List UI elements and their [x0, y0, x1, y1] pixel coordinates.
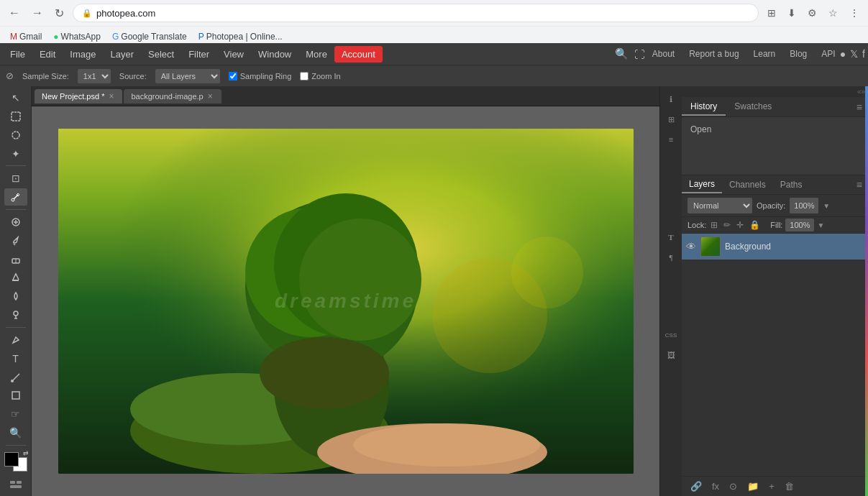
- delete-layer-btn[interactable]: 🗑: [782, 479, 797, 493]
- tab-close-button[interactable]: ×: [107, 92, 115, 101]
- bookmark-gmail[interactable]: M Gmail: [6, 30, 46, 43]
- menu-filter[interactable]: Filter: [181, 46, 216, 63]
- address-bar[interactable]: 🔒 photopea.com: [73, 4, 759, 22]
- tab-close-button[interactable]: ×: [206, 92, 214, 101]
- dodge-tool[interactable]: [4, 306, 27, 323]
- menu-window[interactable]: Window: [251, 46, 298, 63]
- info-panel-btn[interactable]: ℹ: [662, 91, 680, 108]
- options-bar: ⊘ Sample Size: 1x1 Source: All Layers Sa…: [0, 65, 868, 86]
- download-icon[interactable]: ⬇: [785, 4, 799, 22]
- fullscreen-icon[interactable]: ⛶: [631, 47, 648, 62]
- layers-tab[interactable]: Layers: [682, 176, 722, 193]
- shape-tool[interactable]: [4, 387, 27, 404]
- color-swatches[interactable]: ⇄: [4, 452, 27, 472]
- css-btn[interactable]: CSS: [662, 326, 680, 344]
- magic-wand-tool[interactable]: ✦: [4, 145, 27, 162]
- bookmark-icon[interactable]: ☆: [826, 4, 841, 22]
- menu-layer[interactable]: Layer: [104, 46, 142, 63]
- svg-point-1: [12, 132, 19, 139]
- report-bug-link[interactable]: Report a bug: [685, 47, 743, 60]
- adjustments-btn[interactable]: ≡: [662, 131, 680, 148]
- forward-button[interactable]: →: [29, 4, 46, 22]
- swatches-tab[interactable]: Swatches: [726, 98, 780, 116]
- brush-tool[interactable]: [4, 232, 27, 249]
- blend-mode-select[interactable]: Normal: [687, 198, 752, 213]
- paint-bucket-tool[interactable]: [4, 269, 27, 286]
- eraser-tool[interactable]: [4, 251, 27, 268]
- opacity-input[interactable]: [790, 198, 818, 213]
- lock-all-btn[interactable]: 🔒: [748, 219, 762, 231]
- fill-dropdown-icon[interactable]: ▼: [817, 221, 824, 229]
- history-item-open[interactable]: Open: [690, 123, 859, 136]
- reload-button[interactable]: ↻: [52, 4, 67, 23]
- mask-btn[interactable]: ⊙: [726, 479, 740, 493]
- healing-tool[interactable]: [4, 213, 27, 231]
- text-tool[interactable]: T: [4, 350, 27, 367]
- menu-select[interactable]: Select: [141, 46, 181, 63]
- fill-input[interactable]: [785, 219, 814, 231]
- bookmark-whatsapp[interactable]: ● WhatsApp: [49, 30, 105, 43]
- extension-icon[interactable]: ⚙: [805, 4, 820, 22]
- menu-more[interactable]: More: [298, 46, 334, 63]
- lock-position-btn[interactable]: ✛: [735, 219, 745, 231]
- opacity-dropdown-icon[interactable]: ▼: [823, 202, 830, 210]
- blur-tool[interactable]: [4, 288, 27, 305]
- history-tab[interactable]: History: [682, 98, 726, 116]
- reddit-icon[interactable]: ●: [840, 48, 846, 60]
- zoom-tool[interactable]: 🔍: [4, 424, 27, 441]
- menu-file[interactable]: File: [3, 46, 32, 63]
- tab-new-project[interactable]: New Project.psd * ×: [35, 89, 122, 104]
- foreground-color-swatch[interactable]: [4, 452, 19, 467]
- layer-item-background[interactable]: 👁 Background: [682, 234, 868, 260]
- lasso-tool[interactable]: [4, 127, 27, 144]
- history-btn[interactable]: [662, 208, 680, 226]
- lock-image-btn[interactable]: ✏: [722, 219, 732, 231]
- facebook-icon[interactable]: f: [862, 48, 865, 60]
- path-tool[interactable]: [4, 369, 27, 386]
- effects-btn[interactable]: fx: [709, 479, 722, 493]
- new-layer-btn[interactable]: +: [766, 479, 777, 493]
- eyedropper-tool[interactable]: [4, 188, 27, 206]
- keyboard-shortcuts-icon[interactable]: [4, 476, 27, 493]
- pen-tool[interactable]: [4, 331, 27, 349]
- api-link[interactable]: API: [817, 47, 839, 60]
- image-btn[interactable]: 🖼: [662, 346, 680, 364]
- new-group-btn[interactable]: 📁: [744, 479, 762, 493]
- menu-view[interactable]: View: [216, 46, 251, 63]
- character-btn[interactable]: T: [662, 229, 680, 246]
- source-select[interactable]: All Layers: [155, 69, 220, 83]
- swap-colors-icon[interactable]: ⇄: [23, 449, 29, 456]
- new-tab-icon[interactable]: ⊞: [764, 4, 779, 22]
- zoom-in-checkbox[interactable]: Zoom In: [300, 72, 340, 81]
- crop-tool[interactable]: ⊡: [4, 170, 27, 187]
- layer-visibility-btn[interactable]: 👁: [686, 241, 696, 252]
- twitter-icon[interactable]: 𝕏: [850, 48, 858, 60]
- channels-tab[interactable]: Channels: [722, 177, 773, 193]
- menu-image[interactable]: Image: [63, 46, 103, 63]
- about-link[interactable]: About: [648, 47, 679, 60]
- paragraph-btn[interactable]: ¶: [662, 249, 680, 266]
- move-tool[interactable]: ↖: [4, 89, 27, 106]
- blog-link[interactable]: Blog: [785, 47, 811, 60]
- menu-edit[interactable]: Edit: [32, 46, 63, 63]
- menu-account[interactable]: Account: [334, 46, 383, 63]
- tab-background-image[interactable]: background-image.p ×: [124, 89, 221, 104]
- selection-tool[interactable]: [4, 108, 27, 125]
- sample-size-select[interactable]: 1x1: [78, 69, 111, 83]
- sampling-ring-checkbox[interactable]: Sampling Ring: [229, 72, 292, 81]
- menu-icon[interactable]: ⋮: [846, 4, 862, 22]
- canvas-container[interactable]: dreamstime: [32, 106, 659, 496]
- search-icon[interactable]: 🔍: [612, 46, 631, 62]
- back-button[interactable]: ←: [6, 4, 23, 22]
- link-layers-btn[interactable]: 🔗: [687, 479, 705, 493]
- svg-rect-17: [10, 481, 15, 484]
- learn-link[interactable]: Learn: [749, 47, 780, 60]
- paths-tab[interactable]: Paths: [773, 177, 810, 193]
- navigator-btn[interactable]: ⊞: [662, 111, 680, 128]
- hand-tool[interactable]: ☞: [4, 405, 27, 423]
- lock-pixels-btn[interactable]: ⊞: [709, 219, 719, 231]
- bookmark-google-translate[interactable]: G Google Translate: [108, 30, 191, 43]
- layers-panel: Layers Channels Paths ≡ Normal Opacity: …: [682, 175, 868, 496]
- browser-toolbar: ← → ↻ 🔒 photopea.com ⊞ ⬇ ⚙ ☆ ⋮: [0, 0, 868, 26]
- bookmark-photopea[interactable]: P Photopea | Online...: [194, 30, 287, 43]
